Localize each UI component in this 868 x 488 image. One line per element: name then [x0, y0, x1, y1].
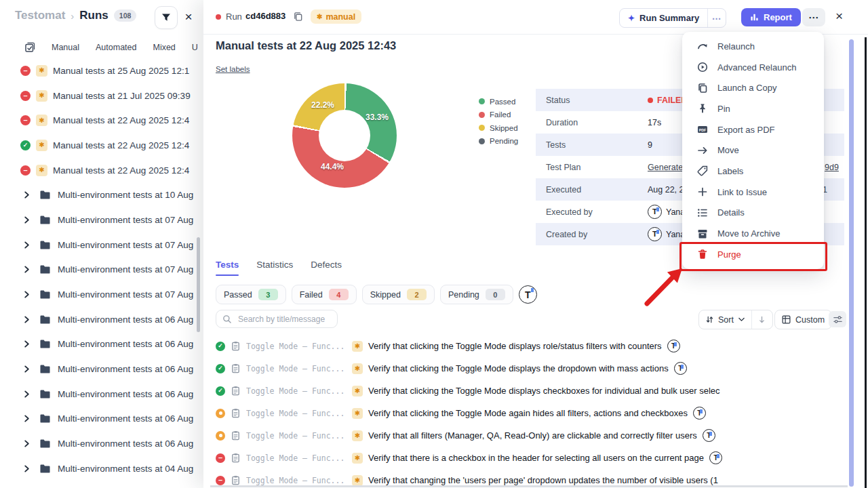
menu-item-label: Move — [717, 145, 739, 155]
chevron-right-icon[interactable] — [23, 390, 31, 398]
menu-item-label: Launch a Copy — [717, 83, 776, 93]
test-row[interactable]: Toggle Mode — Func... ✱ Verify that clic… — [203, 402, 868, 424]
menu-item-move-to-archive[interactable]: Move to Archive — [682, 223, 824, 244]
display-settings-button[interactable] — [829, 311, 846, 327]
panel-scrollbar[interactable] — [849, 39, 854, 487]
tab-tests[interactable]: Tests — [216, 260, 239, 270]
test-row[interactable]: ✓ Toggle Mode — Func... ✱ Verify that cl… — [203, 380, 868, 402]
filter-button[interactable] — [155, 6, 178, 29]
filter-chip-failed[interactable]: Failed 4 — [292, 285, 357, 304]
folder-list-item[interactable]: Multi-environment tests at 06 Aug — [0, 332, 203, 357]
folder-list-item[interactable]: Multi-environment tests at 06 Aug — [0, 382, 203, 407]
search-box[interactable] — [216, 310, 338, 328]
close-panel-button[interactable]: × — [835, 9, 843, 24]
menu-item-label: Labels — [717, 166, 743, 176]
run-list-item[interactable]: – ✱ Manual tests at 22 Aug 2025 12:4 — [0, 108, 203, 133]
folder-icon — [39, 464, 51, 474]
set-labels-link[interactable]: Set labels — [216, 65, 250, 73]
menu-item-details[interactable]: Details — [682, 203, 824, 224]
sort-arrows-icon — [706, 315, 713, 324]
brand-name[interactable]: Testomat — [15, 9, 65, 22]
tab-statistics[interactable]: Statistics — [256, 260, 293, 270]
folder-list-item[interactable]: Multi-environment tests at 04 Aug — [0, 456, 203, 481]
sidebar-scrollbar[interactable] — [197, 237, 200, 332]
menu-item-export-as-pdf[interactable]: PDF Export as PDF — [682, 119, 824, 140]
more-actions-button[interactable]: ⋯ — [802, 8, 825, 26]
chevron-right-icon[interactable] — [23, 266, 31, 273]
chevron-right-icon[interactable] — [23, 365, 31, 373]
menu-item-launch-a-copy[interactable]: Launch a Copy — [682, 77, 824, 98]
chevron-right-icon[interactable] — [23, 291, 31, 298]
test-title: Verify that there is a checkbox in the h… — [368, 453, 704, 463]
test-title: Verify that clicking the Toggle Mode dis… — [368, 341, 662, 351]
detail-value: TYana — [648, 205, 685, 219]
folder-list-item[interactable]: Multi-environment tests at 06 Aug — [0, 431, 203, 456]
chevron-right-icon[interactable] — [23, 241, 31, 249]
menu-item-labels[interactable]: Labels — [682, 161, 824, 182]
menu-item-pin[interactable]: Pin — [682, 98, 824, 119]
test-row[interactable]: ✓ Toggle Mode — Func... ✱ Verify that cl… — [203, 335, 868, 357]
menu-item-relaunch[interactable]: Relaunch — [682, 36, 824, 57]
detail-label: Status — [546, 96, 648, 105]
testomat-filter-icon[interactable]: T — [519, 285, 537, 304]
menu-item-link-to-issue[interactable]: Link to Issue — [682, 182, 824, 203]
chevron-right-icon[interactable] — [23, 191, 31, 199]
tab-truncated[interactable]: U — [192, 43, 198, 52]
folder-list-item[interactable]: Multi-environment tests at 07 Aug — [0, 207, 203, 232]
test-row[interactable]: – Toggle Mode — Func... ✱ Verify that th… — [203, 447, 868, 469]
manual-badge-label: manual — [326, 12, 355, 22]
chevron-right-icon[interactable] — [23, 465, 31, 472]
run-summary-button[interactable]: ✦ Run Summary — [620, 9, 708, 27]
manual-run-icon: ✱ — [36, 140, 47, 151]
filter-chip-passed[interactable]: Passed 3 — [216, 285, 286, 304]
run-list-item[interactable]: – ✱ Manual tests at 21 Jul 2025 09:39 — [0, 83, 203, 108]
breadcrumb-separator: › — [71, 10, 74, 22]
manual-test-icon: ✱ — [352, 430, 363, 441]
folder-list-item[interactable]: Multi-environment tests at 07 Aug — [0, 232, 203, 258]
breadcrumb-section[interactable]: Runs — [79, 9, 108, 22]
legend-label: Pending — [490, 137, 518, 145]
folder-list-item[interactable]: Multi-environment tests at 07 Aug — [0, 282, 203, 307]
sort-direction-button[interactable] — [752, 310, 772, 329]
tab-defects[interactable]: Defects — [311, 260, 342, 270]
chevron-right-icon[interactable] — [23, 316, 31, 323]
select-all-icon[interactable] — [24, 42, 35, 53]
chevron-right-icon[interactable] — [23, 415, 31, 422]
tab-automated[interactable]: Automated — [96, 43, 136, 52]
report-button[interactable]: Report — [741, 8, 801, 26]
legend-item-skipped: Skipped — [479, 121, 518, 135]
test-plan-link[interactable]: Generate — [648, 163, 683, 172]
chevron-right-icon[interactable] — [23, 440, 31, 447]
menu-item-advanced-relaunch[interactable]: Advanced Relaunch — [682, 57, 824, 78]
folder-list-item[interactable]: Multi-environment tests at 06 Aug — [0, 407, 203, 432]
testomat-badge-icon[interactable]: T — [667, 340, 680, 352]
testomat-badge-icon[interactable]: T — [693, 407, 706, 420]
pin-icon — [697, 103, 708, 114]
sort-button[interactable]: Sort — [699, 310, 752, 329]
clear-filter-button[interactable]: × — [178, 6, 199, 28]
run-list-item[interactable]: – ✱ Manual tests at 22 Aug 2025 12:4 — [0, 158, 203, 183]
testomat-badge-icon[interactable]: T — [674, 362, 687, 375]
test-row[interactable]: Toggle Mode — Func... ✱ Verify that all … — [203, 424, 868, 447]
menu-item-move[interactable]: Move — [682, 140, 824, 161]
folder-list-item[interactable]: Multi-environment tests at 06 Aug — [0, 357, 203, 382]
testomat-badge-icon[interactable]: T — [709, 451, 722, 464]
custom-view-button[interactable]: Custom — [774, 310, 832, 329]
chevron-right-icon[interactable] — [23, 340, 31, 348]
horizontal-scrollbar[interactable] — [210, 485, 848, 487]
search-input[interactable] — [237, 314, 338, 325]
copy-run-id-icon[interactable] — [293, 12, 303, 22]
filter-chip-pending[interactable]: Pending 0 — [440, 285, 513, 304]
run-summary-more-button[interactable]: ⋯ — [708, 13, 726, 24]
folder-list-item[interactable]: Multi-environment tests at 10 Aug — [0, 182, 203, 207]
test-row[interactable]: ✓ Toggle Mode — Func... ✱ Verify that cl… — [203, 357, 868, 380]
tab-manual[interactable]: Manual — [52, 43, 79, 52]
filter-chip-skipped[interactable]: Skipped 2 — [362, 285, 435, 304]
run-list-item[interactable]: – ✱ Manual tests at 25 Aug 2025 12:1 — [0, 58, 203, 83]
chevron-right-icon[interactable] — [23, 216, 31, 224]
folder-list-item[interactable]: Multi-environment tests at 07 Aug — [0, 258, 203, 283]
testomat-badge-icon[interactable]: T — [703, 429, 715, 442]
tab-mixed[interactable]: Mixed — [153, 43, 175, 52]
run-list-item[interactable]: ✓ ✱ Manual tests at 22 Aug 2025 12:4 — [0, 133, 203, 158]
folder-list-item[interactable]: Multi-environment tests at 06 Aug — [0, 307, 203, 332]
